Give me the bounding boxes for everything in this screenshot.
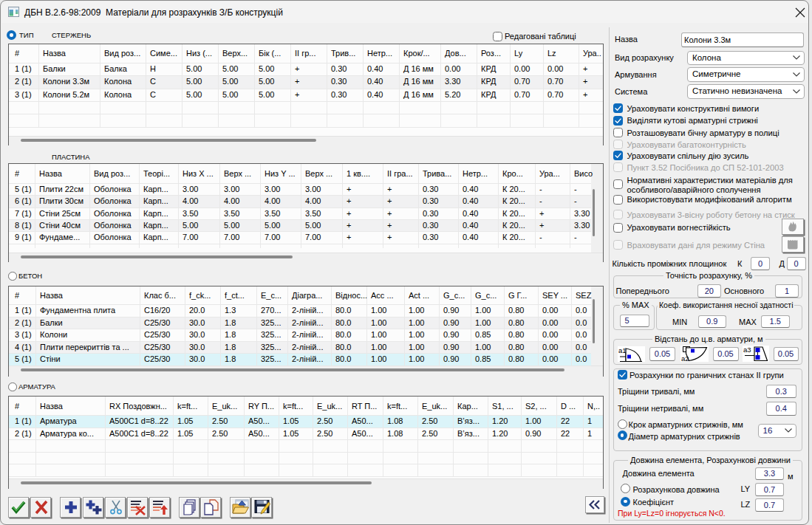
svg-text:a1: a1 <box>618 346 627 354</box>
svg-text:a2: a2 <box>681 354 689 362</box>
svg-text:a3: a3 <box>743 346 751 354</box>
